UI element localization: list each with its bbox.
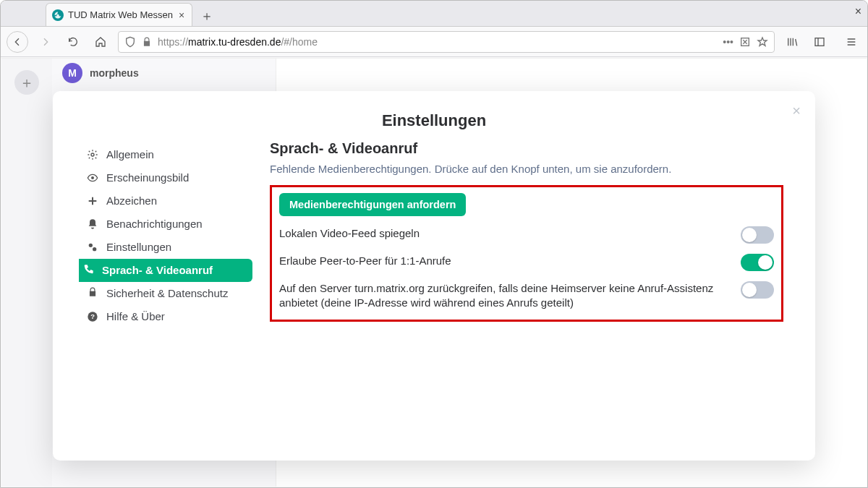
avatar: M bbox=[62, 63, 82, 83]
bell-icon bbox=[86, 218, 99, 230]
user-header[interactable]: M morpheus bbox=[52, 59, 276, 87]
modal-title: Einstellungen bbox=[79, 111, 789, 130]
nav-voice-video[interactable]: Sprach- & Videoanruf bbox=[79, 259, 252, 282]
request-permissions-button[interactable]: Medienberechtigungen anfordern bbox=[279, 193, 466, 216]
reload-button[interactable] bbox=[63, 32, 83, 52]
nav-label: Hilfe & Über bbox=[106, 310, 165, 323]
svg-text:?: ? bbox=[90, 313, 95, 320]
url-text: https://matrix.tu-dresden.de/#/home bbox=[158, 36, 717, 48]
nav-security[interactable]: Sicherheit & Datenschutz bbox=[79, 282, 252, 305]
section-heading: Sprach- & Videoanruf bbox=[270, 140, 783, 157]
phone-icon bbox=[82, 264, 95, 275]
home-button[interactable] bbox=[90, 32, 111, 52]
url-prefix: https:// bbox=[158, 36, 188, 48]
new-tab-button[interactable]: ＋ bbox=[197, 6, 217, 26]
nav-label: Erscheinungsbild bbox=[106, 171, 189, 184]
browser-tabbar: TUD Matrix Web Messen × ＋ × bbox=[1, 1, 867, 27]
nav-label: Abzeichen bbox=[106, 194, 157, 207]
url-path: /#/home bbox=[281, 36, 318, 48]
sidebar-icon[interactable] bbox=[809, 32, 830, 52]
eye-icon bbox=[86, 172, 99, 184]
nav-label: Sicherheit & Datenschutz bbox=[106, 287, 228, 300]
menu-icon[interactable] bbox=[841, 32, 861, 52]
setting-turn-fallback: Auf den Server turn.matrix.org zurückgre… bbox=[279, 281, 774, 311]
gear-icon bbox=[86, 149, 99, 160]
toggle-mirror-video[interactable] bbox=[741, 226, 774, 244]
close-icon[interactable]: × bbox=[792, 103, 801, 119]
window-close-icon[interactable]: × bbox=[855, 5, 861, 18]
setting-mirror-video: Lokalen Video-Feed spiegeln bbox=[279, 226, 774, 244]
toggle-turn-fallback[interactable] bbox=[741, 281, 774, 299]
settings-nav: Allgemein Erscheinungsbild Abzeichen bbox=[79, 140, 252, 440]
svg-point-3 bbox=[91, 153, 94, 156]
sliders-icon bbox=[86, 241, 99, 253]
tracking-shield-icon[interactable] bbox=[124, 36, 136, 48]
highlighted-section: Medienberechtigungen anfordern Lokalen V… bbox=[270, 185, 783, 322]
app-left-panel: ＋ bbox=[1, 59, 52, 487]
browser-navbar: https://matrix.tu-dresden.de/#/home ••• bbox=[1, 27, 867, 57]
toggle-p2p[interactable] bbox=[741, 254, 774, 271]
reader-shield-icon[interactable] bbox=[739, 36, 751, 48]
forward-button[interactable] bbox=[35, 32, 56, 52]
settings-content: Sprach- & Videoanruf Fehlende Medienbere… bbox=[252, 140, 789, 440]
setting-label: Lokalen Video-Feed spiegeln bbox=[279, 226, 729, 241]
nav-appearance[interactable]: Erscheinungsbild bbox=[79, 166, 252, 189]
tab-close-icon[interactable]: × bbox=[177, 9, 186, 21]
page-actions-icon[interactable]: ••• bbox=[723, 36, 733, 48]
question-icon: ? bbox=[86, 311, 99, 322]
nav-label: Sprach- & Videoanruf bbox=[102, 264, 213, 277]
tab-favicon bbox=[52, 9, 64, 21]
setting-label: Auf den Server turn.matrix.org zurückgre… bbox=[279, 281, 729, 311]
back-button[interactable] bbox=[7, 31, 28, 53]
setting-p2p: Erlaube Peer-to-Peer für 1:1-Anrufe bbox=[279, 254, 774, 271]
nav-flair[interactable]: Abzeichen bbox=[79, 189, 252, 213]
setting-label: Erlaube Peer-to-Peer für 1:1-Anrufe bbox=[279, 254, 729, 268]
plus-icon bbox=[86, 195, 99, 207]
svg-point-4 bbox=[91, 176, 94, 179]
nav-label: Benachrichtigungen bbox=[106, 218, 203, 231]
nav-preferences[interactable]: Einstellungen bbox=[79, 236, 252, 259]
nav-notifications[interactable]: Benachrichtigungen bbox=[79, 213, 252, 236]
url-bar[interactable]: https://matrix.tu-dresden.de/#/home ••• bbox=[118, 31, 775, 53]
nav-label: Einstellungen bbox=[106, 241, 171, 254]
settings-modal: × Einstellungen Allgemein Erscheinungsbi… bbox=[53, 91, 815, 461]
tab-title: TUD Matrix Web Messen bbox=[68, 9, 173, 20]
nav-general[interactable]: Allgemein bbox=[79, 143, 252, 166]
lock-icon bbox=[86, 287, 99, 297]
section-description: Fehlende Medienberechtigungen. Drücke au… bbox=[270, 163, 783, 175]
create-room-button[interactable]: ＋ bbox=[14, 70, 39, 95]
svg-rect-1 bbox=[815, 38, 824, 46]
library-icon[interactable] bbox=[782, 32, 802, 52]
username-label: morpheus bbox=[90, 67, 139, 79]
lock-icon[interactable] bbox=[142, 37, 152, 47]
nav-label: Allgemein bbox=[106, 148, 154, 161]
url-host: matrix.tu-dresden.de bbox=[188, 36, 281, 48]
browser-tab[interactable]: TUD Matrix Web Messen × bbox=[46, 3, 192, 26]
bookmark-star-icon[interactable] bbox=[757, 36, 768, 48]
nav-help[interactable]: ? Hilfe & Über bbox=[79, 305, 252, 328]
